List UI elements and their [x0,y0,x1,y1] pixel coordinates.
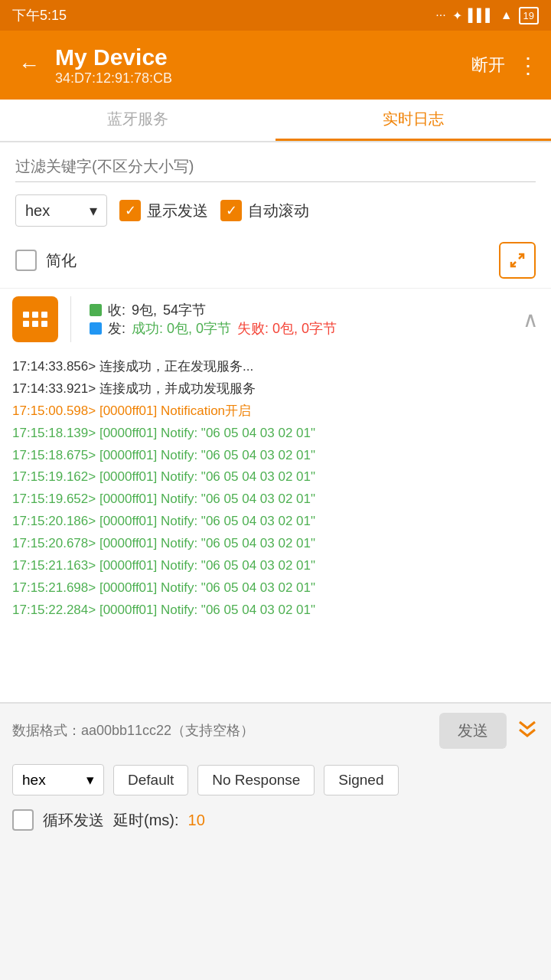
recv-indicator [90,304,102,316]
stats-text: 收: 9包, 54字节 发: 成功: 0包, 0字节 失败: 0包, 0字节 [83,301,517,338]
device-name: My Device [55,44,462,70]
tab-realtime-log[interactable]: 实时日志 [276,100,551,141]
signal-dots-icon: ··· [435,8,445,22]
simplify-label: 简化 [46,250,77,271]
send-format-select[interactable]: hex ▾ [12,764,104,795]
show-send-checkbox-label[interactable]: ✓ 显示发送 [119,200,208,221]
send-format-value: hex [22,772,46,789]
back-button[interactable]: ← [12,47,46,83]
log-text: [0000ff01] Notify: "06 05 04 03 02 01" [99,580,315,595]
log-time: 17:14:33.856> [12,359,96,374]
format-select[interactable]: hex ▾ [15,194,107,227]
log-line: 17:15:00.598> [0000ff01] Notification开启 [12,400,539,423]
show-send-label: 显示发送 [147,201,208,221]
simplify-row: 简化 [0,236,551,288]
log-text: [0000ff01] Notify: "06 05 04 03 02 01" [99,469,315,484]
disconnect-button[interactable]: 断开 [471,54,505,77]
log-line: 17:14:33.856> 连接成功，正在发现服务... [12,356,539,378]
bluetooth-icon: ✦ [452,8,462,23]
signed-option-button[interactable]: Signed [324,765,398,795]
log-text: [0000ff01] Notification开启 [99,403,251,418]
send-indicator [90,322,102,335]
log-text: [0000ff01] Notify: "06 05 04 03 02 01" [99,603,315,617]
expand-down-button[interactable] [516,719,539,743]
send-input[interactable] [12,717,430,745]
log-time: 17:15:20.186> [12,514,96,528]
log-text: [0000ff01] Notify: "06 05 04 03 02 01" [99,514,315,528]
log-line: 17:15:18.675> [0000ff01] Notify: "06 05 … [12,445,539,467]
status-icons: ··· ✦ ▌▌▌ ▲ 19 [435,7,539,24]
log-text: [0000ff01] Notify: "06 05 04 03 02 01" [99,492,315,506]
send-fail: 失败: 0包, 0字节 [237,319,337,338]
log-time: 17:15:20.678> [12,536,96,550]
filter-section [0,142,551,185]
send-button[interactable]: 发送 [439,713,507,749]
log-line: 17:15:20.678> [0000ff01] Notify: "06 05 … [12,533,539,555]
recv-stats: 收: 9包, 54字节 [90,301,510,319]
wifi-icon: ▲ [500,8,513,22]
log-time: 17:15:21.698> [12,580,96,595]
status-bar: 下午5:15 ··· ✦ ▌▌▌ ▲ 19 [0,0,551,31]
recv-label: 收: [108,301,126,319]
controls-row: hex ▾ ✓ 显示发送 ✓ 自动滚动 [0,185,551,236]
log-text: [0000ff01] Notify: "06 05 04 03 02 01" [99,448,315,462]
log-time: 17:15:18.139> [12,426,96,440]
send-success: 成功: 0包, 0字节 [132,319,231,338]
loop-send-checkbox[interactable] [12,809,34,831]
log-line: 17:14:33.921> 连接成功，并成功发现服务 [12,378,539,400]
delay-value: 10 [188,812,205,829]
loop-send-row: 循环发送 延时(ms): 10 [0,802,551,838]
loop-send-label: 循环发送 [43,810,104,831]
log-text: [0000ff01] Notify: "06 05 04 03 02 01" [99,558,315,573]
more-menu-button[interactable]: ⋮ [517,53,539,78]
chevron-down-icon: ▾ [90,201,97,220]
simplify-left: 简化 [15,250,77,271]
log-line: 17:15:19.652> [0000ff01] Notify: "06 05 … [12,488,539,511]
collapse-button[interactable]: ∧ [523,307,539,332]
auto-scroll-checkbox-label[interactable]: ✓ 自动滚动 [220,200,309,221]
battery-icon: 19 [519,7,539,24]
status-time: 下午5:15 [12,6,67,24]
log-time: 17:14:33.921> [12,381,96,396]
log-line: 17:15:22.284> [0000ff01] Notify: "06 05 … [12,599,539,622]
send-label: 发: [108,319,126,338]
device-mac: 34:D7:12:91:78:CB [55,70,462,87]
default-option-button[interactable]: Default [113,765,188,795]
log-time: 17:15:22.284> [12,603,96,617]
log-line: 17:15:21.163> [0000ff01] Notify: "06 05 … [12,555,539,577]
expand-icon [508,251,527,270]
expand-button[interactable] [499,242,536,279]
log-line: 17:15:19.162> [0000ff01] Notify: "06 05 … [12,466,539,488]
log-text: 连接成功，并成功发现服务 [99,381,256,396]
log-text: [0000ff01] Notify: "06 05 04 03 02 01" [99,426,315,440]
show-send-checkbox[interactable]: ✓ [119,200,141,221]
simplify-checkbox[interactable] [15,250,37,271]
signal-bars-icon: ▌▌▌ [468,8,494,22]
log-time: 17:15:19.162> [12,469,96,484]
send-stats: 发: 成功: 0包, 0字节 失败: 0包, 0字节 [90,319,510,338]
log-time: 17:15:00.598> [12,403,96,418]
log-line: 17:15:20.186> [0000ff01] Notify: "06 05 … [12,511,539,533]
log-time: 17:15:19.652> [12,492,96,506]
log-text: 连接成功，正在发现服务... [99,359,253,374]
filter-input[interactable] [15,152,536,182]
auto-scroll-checkbox[interactable]: ✓ [220,200,242,221]
send-area: 发送 [0,703,551,758]
format-value: hex [25,202,50,220]
top-actions: 断开 ⋮ [471,53,539,78]
delay-label: 延时(ms): [113,810,179,831]
log-time: 17:15:21.163> [12,558,96,573]
log-line: 17:15:21.698> [0000ff01] Notify: "06 05 … [12,577,539,599]
log-time: 17:15:18.675> [12,448,96,462]
recv-bytes: 54字节 [163,301,206,319]
log-text: [0000ff01] Notify: "06 05 04 03 02 01" [99,536,315,550]
tab-bluetooth-service[interactable]: 蓝牙服务 [0,100,276,141]
stats-bar: 收: 9包, 54字节 发: 成功: 0包, 0字节 失败: 0包, 0字节 ∧ [0,288,551,350]
chevron-double-down-icon [516,720,539,738]
no-response-option-button[interactable]: No Response [197,765,315,795]
recv-packets: 9包, [132,301,157,319]
top-bar: ← My Device 34:D7:12:91:78:CB 断开 ⋮ [0,31,551,100]
title-block: My Device 34:D7:12:91:78:CB [55,44,462,87]
chevron-down-icon: ▾ [86,771,94,789]
send-options-row: hex ▾ Default No Response Signed [0,758,551,802]
